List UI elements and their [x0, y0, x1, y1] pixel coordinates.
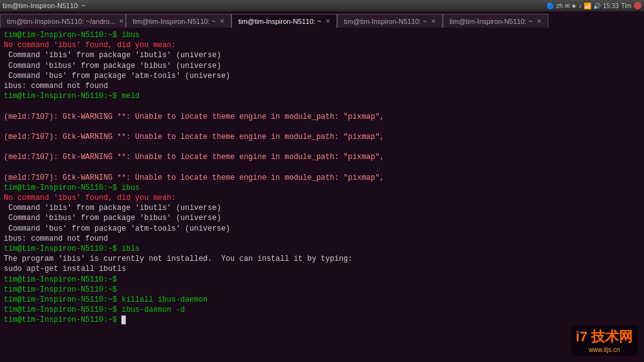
line-14	[4, 162, 640, 172]
line-28: tim@tim-Inspiron-N5110:~$ ibus-daemon -d	[4, 305, 640, 315]
tab-2[interactable]: tim@tim-Inspiron-N5110: ~ ✕	[126, 14, 231, 28]
terminal[interactable]: tim@tim-Inspiron-N5110:~$ ibus No comman…	[0, 28, 644, 362]
line-8	[4, 101, 640, 111]
line-6: ibus: command not found	[4, 81, 640, 91]
tab-1[interactable]: tim@tim-Inspiron-N5110: ~/andro... ✕	[0, 14, 126, 28]
system-tray: 🔵 zh ✉ ★ ♪ 📶 🔊	[547, 3, 600, 9]
line-24: sudo apt-get install ibutls	[4, 264, 640, 274]
line-22: tim@tim-Inspiron-N5110:~$ ibls	[4, 244, 640, 254]
line-15: (meld:7107): Gtk-WARNING **: Unable to l…	[4, 173, 640, 183]
tab-2-close[interactable]: ✕	[219, 18, 225, 25]
tab-1-close[interactable]: ✕	[119, 18, 124, 25]
line-23: The program 'ibis' is currently not inst…	[4, 254, 640, 264]
tab-3[interactable]: tim@tim-Inspiron-N5110: ~ ✕	[231, 14, 337, 28]
tab-3-close[interactable]: ✕	[325, 18, 330, 25]
line-9: (meld:7107): Gtk-WARNING **: Unable to l…	[4, 112, 640, 122]
line-21: ibus: command not found	[4, 234, 640, 244]
tab-5-label: tim@tim-Inspiron-N5110: ~	[450, 18, 533, 25]
watermark: i7 技术网 www.itjs.cn	[571, 325, 638, 356]
tab-3-label: tim@tim-Inspiron-N5110: ~	[238, 18, 321, 25]
clock: 15:33	[603, 3, 619, 9]
line-5: Command 'bus' from package 'atm-tools' (…	[4, 71, 640, 81]
user-label: Tim	[621, 3, 631, 9]
line-20: Command 'bus' from package 'atm-tools' (…	[4, 224, 640, 234]
line-4: Command 'bibus' from package 'bibus' (un…	[4, 61, 640, 71]
line-18: Command 'ibis' from package 'ibutls' (un…	[4, 203, 640, 213]
line-26: tim@tim-Inspiron-N5110:~$	[4, 285, 640, 295]
line-19: Command 'bibus' from package 'bibus' (un…	[4, 213, 640, 223]
tab-2-label: tim@tim-Inspiron-N5110: ~	[133, 18, 216, 25]
tab-5-close[interactable]: ✕	[536, 18, 541, 25]
titlebar-controls: 🔵 zh ✉ ★ ♪ 📶 🔊 15:33 Tim	[547, 2, 641, 9]
titlebar: tim@tim-Inspiron-N5110: ~ 🔵 zh ✉ ★ ♪ 📶 🔊…	[0, 0, 644, 11]
line-11: (meld:7107): Gtk-WARNING **: Unable to l…	[4, 132, 640, 142]
line-7: tim@tim-Inspiron-N5110:~$ meld	[4, 91, 640, 101]
watermark-logo: i7 技术网	[576, 327, 633, 346]
line-10	[4, 122, 640, 132]
line-1: tim@tim-Inspiron-N5110:~$ ibus	[4, 30, 640, 40]
line-27: tim@tim-Inspiron-N5110:~$ killall ibus-d…	[4, 295, 640, 305]
line-16: tim@tim-Inspiron-N5110:~$ ibus	[4, 183, 640, 193]
watermark-url: www.itjs.cn	[589, 346, 619, 353]
close-button[interactable]	[634, 2, 641, 9]
tab-4-label: tim@tim-Inspiron-N5110: ~	[344, 18, 427, 25]
titlebar-title: tim@tim-Inspiron-N5110: ~	[3, 2, 86, 9]
line-2: No command 'ibus' found, did you mean:	[4, 40, 640, 50]
tabbar: tim@tim-Inspiron-N5110: ~/andro... ✕ tim…	[0, 11, 644, 28]
tab-4[interactable]: tim@tim-Inspiron-N5110: ~ ✕	[337, 14, 443, 28]
tab-5[interactable]: tim@tim-Inspiron-N5110: ~ ✕	[443, 14, 548, 28]
line-13: (meld:7107): Gtk-WARNING **: Unable to l…	[4, 152, 640, 162]
line-17: No command 'ibus' found, did you mean:	[4, 193, 640, 203]
tab-1-label: tim@tim-Inspiron-N5110: ~/andro...	[7, 18, 115, 25]
line-12	[4, 142, 640, 152]
line-25: tim@tim-Inspiron-N5110:~$	[4, 275, 640, 285]
line-29: tim@tim-Inspiron-N5110:~$	[4, 315, 640, 325]
tab-4-close[interactable]: ✕	[431, 18, 436, 25]
line-3: Command 'ibis' from package 'ibutls' (un…	[4, 50, 640, 60]
